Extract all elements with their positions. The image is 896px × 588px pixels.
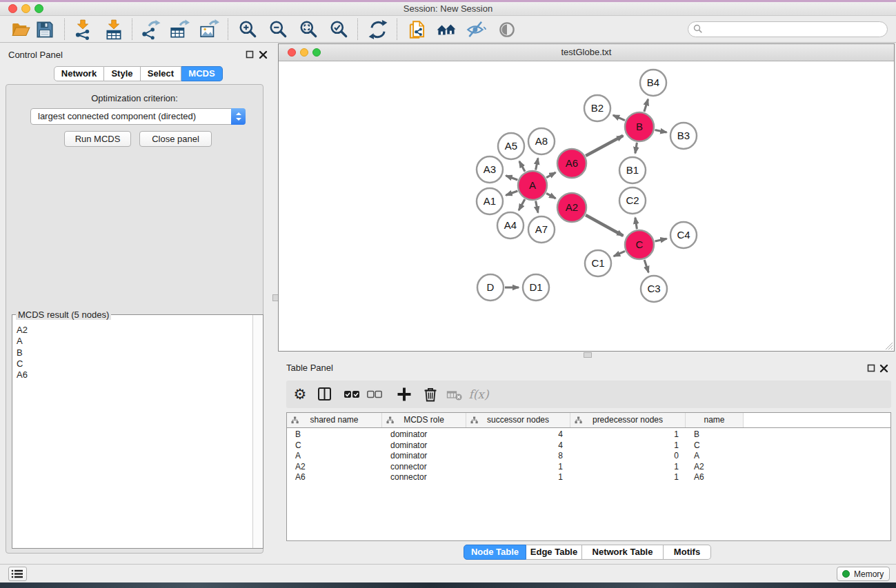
cell-predecessor-nodes: 1 [570, 429, 686, 440]
tab-edge-table[interactable]: Edge Table [526, 545, 582, 560]
graph-edge-A-A3[interactable] [506, 176, 517, 180]
home-icon[interactable] [436, 19, 457, 40]
result-item[interactable]: C [17, 358, 263, 369]
graph-edge-A-A4[interactable] [519, 199, 525, 210]
refresh-icon[interactable] [368, 19, 388, 40]
memory-button[interactable]: Memory [837, 567, 890, 581]
list-icon [9, 567, 26, 580]
graph-edge-A2-C[interactable] [586, 215, 623, 236]
graph-edge-A-A7[interactable] [536, 201, 538, 213]
show-all-icon[interactable] [497, 19, 517, 40]
export-table-icon[interactable] [169, 19, 190, 40]
table-row[interactable]: A6 connector 1 1 A6 [287, 472, 890, 483]
cell-predecessor-nodes: 1 [570, 472, 686, 483]
close-window-button[interactable] [8, 4, 17, 13]
graph-edge-A-A2[interactable] [546, 193, 555, 199]
memory-label: Memory [854, 569, 884, 579]
column-header-predecessor-nodes[interactable]: predecessor nodes [570, 413, 686, 427]
criterion-select[interactable]: largest connected component (directed) [30, 108, 246, 125]
cell-successor-nodes: 8 [466, 451, 570, 462]
network-close-button[interactable] [288, 48, 296, 57]
toolbar-separator [132, 19, 132, 40]
graph-node-label-A2: A2 [566, 201, 578, 213]
column-header-successor-nodes[interactable]: successor nodes [466, 413, 570, 427]
table-row[interactable]: C dominator 4 1 C [287, 440, 890, 452]
clone-network-icon[interactable] [407, 19, 428, 40]
table-tabs: Node Table Edge Table Network Table Moti… [464, 545, 711, 560]
deselect-all-icon[interactable] [366, 386, 383, 403]
horizontal-divider-handle[interactable] [584, 352, 592, 358]
graph-edge-C-C3[interactable] [644, 260, 648, 272]
delete-table-icon[interactable] [446, 386, 463, 403]
network-canvas[interactable]: B4B2BB3A8A5A6B1A3AA1C2A2A4A7C4CC1C3DD1 [279, 61, 894, 351]
resize-grip-icon[interactable] [884, 341, 893, 350]
graph-node-label-B: B [636, 121, 643, 132]
close-panel-icon[interactable] [259, 50, 268, 59]
save-session-icon[interactable] [34, 19, 55, 40]
mcds-result-box: MCDS result (5 nodes) A2 A B C A6 [12, 314, 263, 549]
column-header-name[interactable]: name [686, 413, 744, 427]
network-zoom-button[interactable] [312, 48, 321, 57]
result-item[interactable]: A2 [17, 325, 263, 336]
tab-select[interactable]: Select [141, 66, 181, 81]
graph-edge-C-C2[interactable] [635, 218, 637, 230]
network-minimize-button[interactable] [300, 48, 308, 57]
graph-node-label-B1: B1 [626, 164, 639, 176]
graph-edge-A-A1[interactable] [506, 191, 517, 195]
graph-edge-A-A6[interactable] [546, 172, 555, 178]
tab-motifs[interactable]: Motifs [664, 545, 711, 560]
delete-column-icon[interactable] [422, 386, 439, 403]
mcds-panel: Optimization criterion: largest connecte… [6, 84, 263, 554]
export-image-icon[interactable] [199, 19, 219, 40]
network-window-titlebar[interactable]: testGlobe.txt [279, 44, 894, 61]
graph-edge-C-C4[interactable] [655, 239, 667, 241]
tab-node-table[interactable]: Node Table [464, 545, 526, 560]
graph-edge-B-B4[interactable] [644, 99, 648, 112]
column-header-mcds-role[interactable]: MCDS role [382, 413, 466, 427]
zoom-out-icon[interactable] [268, 19, 289, 40]
graph-edge-B-B1[interactable] [635, 143, 637, 154]
table-row[interactable]: A2 connector 1 1 A2 [287, 462, 890, 473]
close-panel-button[interactable]: Close panel [139, 131, 212, 147]
float-panel-icon[interactable] [246, 50, 255, 59]
add-column-icon[interactable] [396, 386, 412, 403]
status-bar: Memory [0, 564, 896, 582]
float-table-panel-icon[interactable] [867, 364, 876, 373]
table-row[interactable]: A dominator 8 0 A [287, 451, 890, 462]
hide-selected-icon[interactable] [466, 19, 486, 40]
result-item[interactable]: B [17, 347, 263, 358]
graph-edge-A6-B[interactable] [586, 136, 623, 156]
result-item[interactable]: A6 [17, 369, 263, 381]
table-row[interactable]: B dominator 4 1 B [287, 429, 890, 440]
tab-network-table[interactable]: Network Table [582, 545, 664, 560]
task-history-button[interactable] [8, 567, 27, 581]
select-all-icon[interactable] [344, 386, 360, 403]
graph-node-label-C4: C4 [677, 229, 690, 241]
tab-mcds[interactable]: MCDS [181, 66, 223, 81]
close-table-panel-icon[interactable] [879, 364, 888, 373]
zoom-selected-icon[interactable] [329, 19, 350, 40]
open-file-icon[interactable] [10, 19, 31, 40]
graph-edge-B-B3[interactable] [655, 130, 667, 132]
column-header-shared-name[interactable]: shared name [287, 413, 382, 427]
search-input[interactable] [688, 21, 888, 37]
import-network-icon[interactable] [72, 19, 93, 40]
zoom-fit-icon[interactable] [299, 19, 319, 40]
graph-edge-A-A5[interactable] [519, 161, 525, 172]
export-network-icon[interactable] [140, 19, 161, 40]
split-view-icon[interactable] [317, 386, 333, 403]
result-item[interactable]: A [17, 336, 263, 347]
import-table-icon[interactable] [103, 19, 124, 40]
graph-edge-A-A8[interactable] [536, 159, 538, 170]
function-builder-icon[interactable]: f(x) [467, 386, 490, 403]
tab-network[interactable]: Network [54, 66, 104, 81]
zoom-in-icon[interactable] [238, 19, 259, 40]
graph-edge-B-B2[interactable] [613, 115, 625, 121]
zoom-window-button[interactable] [34, 4, 43, 13]
run-mcds-button[interactable]: Run MCDS [64, 131, 131, 147]
minimize-window-button[interactable] [21, 4, 30, 13]
table-settings-icon[interactable]: ⚙ [292, 386, 308, 403]
tab-style[interactable]: Style [104, 66, 141, 81]
graph-edge-C-C1[interactable] [614, 251, 625, 256]
result-scrollbar[interactable] [252, 315, 263, 548]
